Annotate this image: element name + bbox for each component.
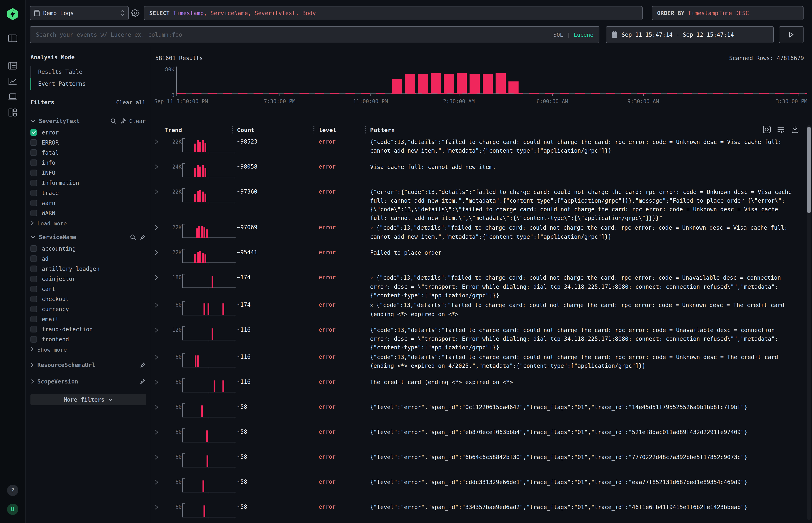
column-header-count[interactable]: Count: [237, 127, 319, 133]
pattern-text[interactable]: ×{"code":13,"details":"failed to charge …: [370, 272, 800, 300]
vertical-scrollbar-thumb[interactable]: [807, 127, 811, 213]
search-icon[interactable]: [130, 234, 136, 240]
filter-option-checkout[interactable]: checkout: [31, 294, 146, 304]
checkbox[interactable]: [31, 316, 37, 322]
checkbox-checked[interactable]: [31, 129, 37, 136]
filter-group-clear-link[interactable]: Clear: [129, 118, 146, 124]
download-icon[interactable]: [791, 125, 799, 135]
expand-row-icon[interactable]: [154, 222, 167, 231]
pattern-row-1[interactable]: 22K~98523error{"code":13,"details":"fail…: [154, 137, 800, 162]
checkbox[interactable]: [31, 149, 37, 156]
pattern-text[interactable]: {"error":{"code":13,"details":"failed to…: [370, 187, 800, 222]
pattern-text[interactable]: {"code":13,"details":"failed to charge c…: [370, 352, 800, 370]
sidebar-toggle-icon[interactable]: [8, 34, 17, 42]
results-histogram[interactable]: [176, 67, 807, 97]
pattern-text[interactable]: {"level":"error","span_id":"6b64c6c58842…: [370, 452, 800, 462]
filter-option-cart[interactable]: cart: [31, 284, 146, 294]
run-query-button[interactable]: [779, 26, 804, 43]
mode-lucene-toggle[interactable]: Lucene: [573, 32, 593, 38]
column-header-pattern[interactable]: Pattern: [370, 127, 800, 133]
pattern-text[interactable]: {"code":13,"details":"failed to charge c…: [370, 137, 800, 155]
filter-group-header-servicename[interactable]: ServiceName: [31, 231, 146, 244]
expand-row-icon[interactable]: [154, 502, 167, 511]
pattern-row-3[interactable]: 22K~97360error{"error":{"code":13,"detai…: [154, 187, 800, 222]
pattern-text[interactable]: The credit card (ending <*> expired on <…: [370, 377, 800, 386]
analysis-mode-item-event-patterns[interactable]: Event Patterns: [31, 78, 146, 90]
checkbox[interactable]: [31, 210, 37, 216]
pattern-row-7[interactable]: 60~174error×{"code":13,"details":"failed…: [154, 300, 800, 325]
expand-row-icon[interactable]: [154, 477, 167, 486]
pattern-row-14[interactable]: 60~58error{"level":"error","span_id":"cd…: [154, 477, 800, 502]
checkbox[interactable]: [31, 296, 37, 302]
checkbox[interactable]: [31, 169, 37, 176]
pin-icon[interactable]: [139, 362, 146, 368]
view-source-icon[interactable]: [762, 125, 771, 135]
chart-icon[interactable]: [8, 77, 17, 85]
help-button[interactable]: ?: [7, 485, 18, 496]
filter-option-information[interactable]: Information: [31, 178, 146, 188]
checkbox[interactable]: [31, 326, 37, 332]
expand-row-icon[interactable]: [154, 137, 167, 146]
pattern-row-9[interactable]: 60~116error{"code":13,"details":"failed …: [154, 352, 800, 377]
pattern-row-2[interactable]: 24K~98058errorVisa cache full: cannot ad…: [154, 162, 800, 187]
pattern-text[interactable]: {"code":13,"details":"failed to charge c…: [370, 325, 800, 352]
filter-option-currency[interactable]: currency: [31, 304, 146, 314]
pattern-row-6[interactable]: 180~174error×{"code":13,"details":"faile…: [154, 272, 800, 300]
expand-row-icon[interactable]: [154, 187, 167, 196]
expand-row-icon[interactable]: [154, 162, 167, 170]
search-input[interactable]: Search your events w/ Lucene ex. column:…: [30, 26, 599, 43]
search-logs-icon[interactable]: [8, 62, 17, 70]
load-more-link[interactable]: Load more: [31, 218, 146, 229]
filter-option-artillery-loadgen[interactable]: artillery-loadgen: [31, 264, 146, 274]
expand-row-icon[interactable]: [154, 247, 167, 256]
sessions-icon[interactable]: [8, 93, 17, 101]
pattern-text[interactable]: {"level":"error","span_id":"334357bae9ed…: [370, 502, 800, 511]
checkbox[interactable]: [31, 306, 37, 312]
filter-option-error[interactable]: ERROR: [31, 138, 146, 148]
pattern-text[interactable]: ×{"code":13,"details":"failed to charge …: [370, 222, 800, 241]
pattern-text[interactable]: {"level":"error","span_id":"eb870ecef063…: [370, 427, 800, 436]
pattern-row-4[interactable]: 22K~97069error×{"code":13,"details":"fai…: [154, 222, 800, 247]
filter-option-info[interactable]: INFO: [31, 168, 146, 178]
filter-option-fatal[interactable]: fatal: [31, 148, 146, 158]
pin-icon[interactable]: [120, 118, 126, 124]
clear-all-filters-link[interactable]: Clear all: [116, 99, 146, 105]
pattern-row-12[interactable]: 60~58error{"level":"error","span_id":"eb…: [154, 427, 800, 452]
pattern-row-5[interactable]: 22K~95441errorFailed to place order: [154, 247, 800, 272]
expand-row-icon[interactable]: [154, 325, 167, 334]
pin-icon[interactable]: [139, 234, 146, 240]
pattern-row-8[interactable]: 120~116error{"code":13,"details":"failed…: [154, 325, 800, 352]
filter-option-trace[interactable]: trace: [31, 188, 146, 198]
pattern-text[interactable]: {"level":"error","span_id":"cddc331329e6…: [370, 477, 800, 487]
select-query-input[interactable]: SELECT Timestamp, ServiceName, SeverityT…: [144, 6, 642, 20]
pattern-text[interactable]: Visa cache full: cannot add new item.: [370, 162, 800, 172]
checkbox[interactable]: [31, 190, 37, 196]
expand-row-icon[interactable]: [154, 402, 167, 411]
pattern-row-13[interactable]: 60~58error{"level":"error","span_id":"6b…: [154, 452, 800, 477]
checkbox[interactable]: [31, 276, 37, 282]
checkbox[interactable]: [31, 200, 37, 206]
checkbox[interactable]: [31, 180, 37, 186]
analysis-mode-item-results-table[interactable]: Results Table: [31, 66, 146, 78]
source-settings-button[interactable]: [131, 9, 140, 18]
filter-option-warn[interactable]: warn: [31, 198, 146, 208]
dashboards-icon[interactable]: [8, 108, 17, 117]
pattern-row-10[interactable]: 60~116errorThe credit card (ending <*> e…: [154, 377, 800, 402]
pattern-text[interactable]: Failed to place order: [370, 247, 800, 257]
pattern-text[interactable]: ×{"code":13,"details":"failed to charge …: [370, 300, 800, 319]
checkbox[interactable]: [31, 160, 37, 166]
filter-option-info[interactable]: info: [31, 158, 146, 168]
mode-sql-toggle[interactable]: SQL: [553, 32, 563, 38]
checkbox[interactable]: [31, 255, 37, 262]
checkbox[interactable]: [31, 266, 37, 272]
filter-option-frontend[interactable]: frontend: [31, 334, 146, 344]
filter-group-header-severitytext[interactable]: SeverityTextClear: [31, 114, 146, 127]
filter-option-warn[interactable]: WARN: [31, 208, 146, 218]
expand-row-icon[interactable]: [154, 427, 167, 436]
expand-row-icon[interactable]: [154, 452, 167, 461]
filter-option-accounting[interactable]: accounting: [31, 244, 146, 254]
expand-row-icon[interactable]: [154, 352, 167, 361]
filter-option-email[interactable]: email: [31, 314, 146, 324]
filter-option-fraud-detection[interactable]: fraud-detection: [31, 324, 146, 334]
column-header-trend[interactable]: Trend: [164, 127, 237, 133]
